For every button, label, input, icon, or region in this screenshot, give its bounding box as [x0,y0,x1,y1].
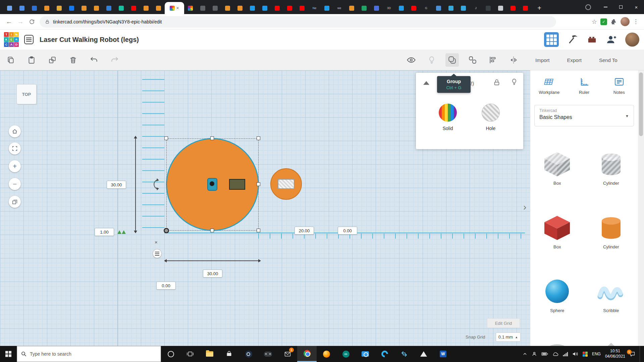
back-icon[interactable]: ← [3,16,15,27]
start-button[interactable] [0,346,17,362]
hole-option[interactable]: Hole [472,104,509,131]
solid-option[interactable]: Solid [429,104,466,131]
show-desktop-button[interactable] [640,346,641,362]
snap-grid-dropdown[interactable]: 0.1 mm ▲ [496,333,521,342]
browser-tab[interactable]: we [333,2,345,14]
browser-tab[interactable] [482,2,494,14]
paste-button[interactable] [25,53,38,67]
duplicate-button[interactable] [46,53,59,67]
group-button[interactable] [445,53,459,67]
media-control-icon[interactable] [585,4,591,10]
taskbar-app-file-explorer[interactable] [200,346,219,362]
browser-tab[interactable] [184,2,197,14]
taskbar-clock[interactable]: 10:51 04/06/2021 [605,349,625,359]
browser-tab[interactable] [457,2,470,14]
browser-tab[interactable] [507,2,519,14]
browser-tab[interactable] [41,2,53,14]
hole-striped-icon[interactable] [482,104,500,122]
profile-add-icon[interactable] [606,34,616,45]
browser-tab[interactable] [127,2,140,14]
align-button[interactable] [486,53,500,67]
taskbar-app-loom[interactable]: ∞ [336,346,356,362]
blocks-grid-button[interactable] [544,32,559,47]
adblock-extension-icon[interactable]: ✓ [600,18,607,25]
browser-tab[interactable] [321,2,333,14]
browser-tab[interactable] [271,2,283,14]
url-text[interactable]: tinkercad.com/things/boVNGaqN3Y8-epic-ha… [53,19,162,24]
taskbar-app-word[interactable]: W [433,346,453,362]
mirror-button[interactable] [507,53,520,67]
redo-button[interactable] [108,53,121,67]
scrollbar-thumb[interactable] [639,72,643,136]
ruler-origin-marker[interactable] [117,230,126,234]
browser-tab[interactable] [259,2,271,14]
shape-item-partial[interactable] [530,338,584,346]
taskbar-app-prusa[interactable] [414,346,433,362]
browser-tab[interactable] [345,2,358,14]
window-close-button[interactable]: × [629,0,644,14]
tray-volume-icon[interactable] [573,352,578,356]
browser-tab[interactable] [152,2,165,14]
delete-button[interactable] [66,53,80,67]
browser-tab[interactable] [221,2,234,14]
extensions-puzzle-icon[interactable] [610,18,617,25]
dim-width-input[interactable]: 30.00 [203,269,222,278]
view-cube[interactable]: TOP [16,84,37,104]
shape-item-box[interactable]: Box [530,146,584,210]
shape-item-box[interactable]: Box [530,210,584,274]
browser-tab[interactable] [432,2,445,14]
browser-tab[interactable] [395,2,408,14]
panel-feature-ruler[interactable]: Ruler [568,77,600,95]
ungroup-button[interactable] [466,53,479,67]
taskbar-app-firefox[interactable] [317,346,336,362]
dim-height-input[interactable]: 30.00 [107,181,126,189]
browser-tab[interactable]: G [420,2,432,14]
browser-tab[interactable] [209,2,221,14]
browser-tab[interactable] [65,2,78,14]
fit-view-button[interactable] [9,142,21,155]
browser-tab[interactable] [246,2,259,14]
scale-handle-top-right[interactable] [257,136,260,140]
browser-tab[interactable] [103,2,115,14]
shape-item-cylinder[interactable]: Cylinder [584,210,638,274]
forward-icon[interactable]: → [15,16,26,27]
dim-left-input[interactable]: 1.00 [95,228,114,236]
browser-tab[interactable] [358,2,370,14]
lego-brick-icon[interactable] [587,35,597,45]
taskbar-search[interactable] [17,346,161,362]
shape-item-scribble[interactable]: Scribble [584,274,638,338]
window-minimize-button[interactable] [598,0,613,14]
browser-tab[interactable] [494,2,507,14]
tray-chevron-icon[interactable] [523,352,527,356]
ruler-menu-button[interactable] [153,249,162,258]
dim-right-input[interactable]: 0.00 [338,227,357,235]
refresh-icon[interactable] [26,16,38,27]
dim-mid-input[interactable]: 20.00 [294,227,314,235]
edit-grid-button[interactable]: Edit Grid [487,318,520,328]
browser-tab[interactable] [16,2,28,14]
shape-item-cylinder[interactable]: Cylinder [584,146,638,210]
small-circle-hole[interactable] [278,179,294,189]
taskbar-app-task-view[interactable] [180,346,200,362]
scale-handle-bottom-mid[interactable] [210,229,214,232]
design-title[interactable]: Laser Cut Walking Robot (legs) [40,36,139,44]
browser-tab-active[interactable]: × [165,2,184,14]
browser-tab[interactable] [28,2,41,14]
panel-collapse-chevron-icon[interactable]: › [523,202,526,213]
panel-feature-notes[interactable]: Notes [603,77,635,95]
browser-tab[interactable] [296,2,308,14]
design-list-icon[interactable] [24,35,34,44]
language-indicator[interactable]: ENG [592,352,601,356]
new-tab-button[interactable]: + [534,3,544,13]
rotate-handle-icon[interactable] [148,178,161,191]
tray-battery-icon[interactable] [541,352,548,356]
browser-menu-icon[interactable]: ⋮ [633,18,639,25]
scale-handle-bottom-left[interactable] [164,228,169,233]
browser-tab[interactable] [445,2,457,14]
browser-tab[interactable] [78,2,90,14]
taskbar-app-code[interactable] [394,346,414,362]
search-input[interactable] [30,351,144,357]
window-maximize-button[interactable] [613,0,629,14]
ruler-close-icon[interactable]: × [155,239,158,245]
scale-handle-bottom-right[interactable] [257,229,260,232]
